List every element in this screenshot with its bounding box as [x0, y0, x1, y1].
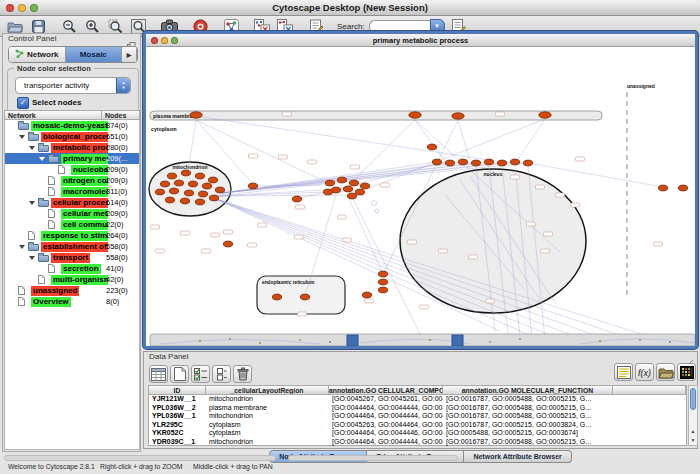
- table-row[interactable]: YJR121W__1mitochondrion[GO:0045267, GO:0…: [149, 395, 686, 404]
- expand-triangle-icon[interactable]: [29, 146, 35, 150]
- formula-builder-icon[interactable]: f(x): [635, 363, 654, 381]
- graph-node[interactable]: [190, 112, 202, 118]
- graph-node[interactable]: [169, 188, 178, 194]
- tree-row[interactable]: multi-organism pro42(0): [5, 274, 139, 285]
- graph-node[interactable]: [510, 159, 519, 165]
- graph-node[interactable]: [181, 170, 190, 176]
- graph-node[interactable]: [155, 189, 164, 195]
- graph-node[interactable]: [360, 183, 369, 189]
- tree-row[interactable]: cellular metabol209(0): [5, 208, 139, 219]
- expand-triangle-icon[interactable]: [39, 157, 45, 161]
- graph-node[interactable]: [378, 279, 387, 285]
- tree-row[interactable]: unassigned223(0): [5, 285, 139, 296]
- scroll-down-icon[interactable]: ▼: [689, 436, 697, 445]
- graph-node[interactable]: [343, 186, 352, 192]
- network-canvas[interactable]: plasma membranecytoplasmmitochondrionnuc…: [146, 47, 695, 346]
- table-row[interactable]: YKR052Ccytoplasm[GO:0044464, GO:0044446,…: [149, 429, 686, 438]
- graph-node[interactable]: [337, 177, 346, 183]
- attribute-matrix-icon[interactable]: [677, 363, 696, 381]
- expand-triangle-icon[interactable]: [19, 135, 25, 139]
- graph-node[interactable]: [184, 190, 193, 196]
- graph-node[interactable]: [248, 183, 257, 189]
- tree-row[interactable]: nucleobase-209(0): [5, 164, 139, 175]
- tree-row[interactable]: response to stimulu264(0): [5, 230, 139, 241]
- table-row[interactable]: YLR295Ccytoplasm[GO:0045263, GO:0044464,…: [149, 421, 686, 430]
- graph-node[interactable]: [165, 197, 174, 203]
- graph-node[interactable]: [292, 196, 301, 202]
- graph-node[interactable]: [355, 189, 364, 195]
- graph-node[interactable]: [471, 160, 480, 166]
- table-column-header[interactable]: annotation.GO MOLECULAR_FUNCTION: [443, 386, 613, 395]
- graph-node[interactable]: [300, 294, 309, 300]
- tree-header-nodes[interactable]: Nodes: [102, 110, 140, 120]
- node-color-dropdown[interactable]: transporter activity ▲▼: [15, 77, 131, 94]
- birdseye-viewport[interactable]: [452, 335, 463, 346]
- graph-node[interactable]: [215, 187, 224, 193]
- graph-node[interactable]: [325, 180, 334, 186]
- table-column-header[interactable]: annotation.GO CELLULAR_COMPONENT: [329, 386, 443, 395]
- tab-overflow-arrow-icon[interactable]: ▶: [122, 47, 137, 62]
- expand-triangle-icon[interactable]: [29, 256, 35, 260]
- graph-node[interactable]: [272, 294, 281, 300]
- tree-row[interactable]: nitrogen compo209(0): [5, 175, 139, 186]
- table-scrollbar[interactable]: ▲ ▼: [688, 385, 698, 446]
- scroll-up-icon[interactable]: ▲: [689, 427, 697, 436]
- graph-node[interactable]: [378, 271, 387, 277]
- birdseye-viewport[interactable]: [347, 335, 358, 346]
- tree-row[interactable]: metabolic process280(0): [5, 142, 139, 153]
- graph-node[interactable]: [223, 241, 232, 247]
- import-attributes-icon[interactable]: [656, 363, 675, 381]
- select-nodes-checkbox[interactable]: ✓: [17, 97, 29, 109]
- graph-node[interactable]: [160, 181, 169, 187]
- tree-row[interactable]: macromolecule311(0): [5, 186, 139, 197]
- graph-node[interactable]: [198, 191, 207, 197]
- graph-node[interactable]: [202, 183, 211, 189]
- graph-node[interactable]: [209, 195, 218, 201]
- graph-node[interactable]: [445, 160, 454, 166]
- graph-node[interactable]: [484, 159, 493, 165]
- select-attributes-icon[interactable]: [191, 365, 210, 383]
- tab-mosaic[interactable]: Mosaic: [66, 47, 123, 62]
- graph-node[interactable]: [347, 193, 356, 199]
- graph-node[interactable]: [409, 112, 421, 118]
- graph-node[interactable]: [195, 173, 204, 179]
- graph-node[interactable]: [458, 159, 467, 165]
- tab-network[interactable]: Network: [9, 47, 66, 62]
- tree-row[interactable]: Overview8(0): [5, 296, 139, 307]
- attribute-editor-icon[interactable]: [614, 363, 633, 381]
- graph-node[interactable]: [427, 144, 436, 150]
- graph-node[interactable]: [167, 173, 176, 179]
- attribute-table-icon[interactable]: [149, 365, 168, 383]
- table-row[interactable]: YPL036W__1mitochondrion[GO:0044464, GO:0…: [149, 412, 686, 421]
- graph-node[interactable]: [539, 112, 551, 118]
- graph-node[interactable]: [188, 181, 197, 187]
- graph-node[interactable]: [195, 199, 204, 205]
- graph-node[interactable]: [174, 180, 183, 186]
- tree-header-network[interactable]: Network: [4, 110, 102, 120]
- graph-node[interactable]: [658, 185, 667, 191]
- tree-row[interactable]: mosaic-demo-yeast874(0): [5, 120, 139, 131]
- graph-node[interactable]: [208, 177, 217, 183]
- table-column-header[interactable]: _cellularLayoutRegion: [206, 386, 329, 395]
- unselect-attributes-icon[interactable]: [212, 365, 231, 383]
- window-titlebar[interactable]: Cytoscape Desktop (New Session): [0, 0, 700, 16]
- tree-row[interactable]: secretion41(0): [5, 263, 139, 274]
- tree-row[interactable]: establishment of lo558(0): [5, 241, 139, 252]
- graph-node[interactable]: [497, 160, 506, 166]
- tree-row[interactable]: primary metabo209(...: [5, 153, 139, 164]
- table-column-header[interactable]: ID: [149, 386, 206, 395]
- graph-node[interactable]: [180, 198, 189, 204]
- graph-node[interactable]: [362, 292, 371, 298]
- network-graph[interactable]: plasma membranecytoplasmmitochondrionnuc…: [146, 47, 695, 346]
- graph-node[interactable]: [452, 113, 464, 119]
- graph-node[interactable]: [378, 287, 387, 293]
- table-row[interactable]: YDR039C__1mitochondrion[GO:0044464, GO:0…: [149, 438, 686, 447]
- table-row[interactable]: YPL036W__2plasma membrane[GO:0044464, GO…: [149, 404, 686, 413]
- tree-row[interactable]: transport558(0): [5, 252, 139, 263]
- scrollbar-thumb[interactable]: [690, 388, 696, 410]
- new-attribute-icon[interactable]: [170, 365, 189, 383]
- graph-node[interactable]: [678, 185, 687, 191]
- tab-network-attribute-browser[interactable]: Network Attribute Browser: [464, 450, 571, 463]
- expand-triangle-icon[interactable]: [29, 201, 35, 205]
- graph-node[interactable]: [432, 159, 441, 165]
